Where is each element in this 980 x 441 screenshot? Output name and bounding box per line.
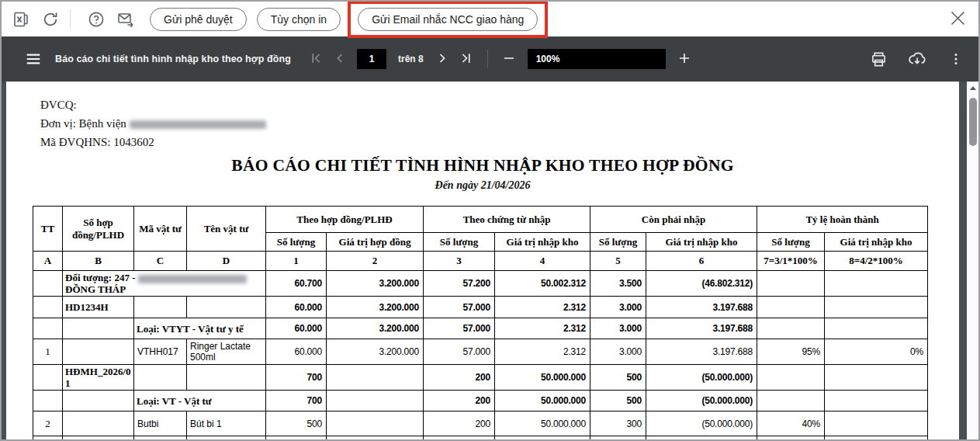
first-page-button[interactable] xyxy=(307,50,324,68)
table-cell: 60.700 xyxy=(266,271,327,297)
more-options-icon xyxy=(948,51,964,67)
help-icon xyxy=(87,10,106,29)
table-cell xyxy=(33,365,63,391)
table-cell: (46.802.312) xyxy=(646,271,757,297)
page-navigation: 1 trên 8 xyxy=(307,36,693,82)
scroll-up-button[interactable] xyxy=(967,82,978,95)
toolbar-divider xyxy=(70,9,71,30)
table-cell xyxy=(327,391,424,411)
table-cell: 50.000.000 xyxy=(495,365,590,391)
column-subheader: Số lượng xyxy=(757,233,825,252)
column-index-cell: C xyxy=(134,252,187,271)
table-cell: 3.200.000 xyxy=(327,339,424,365)
column-subheader: Số lượng xyxy=(266,233,327,252)
table-cell: 57.000 xyxy=(424,297,495,318)
table-cell: 50.002.312 xyxy=(495,271,590,297)
column-group-header: Còn phải nhập xyxy=(590,207,757,233)
table-cell: 0% xyxy=(825,339,928,365)
table-cell: Loại: VTYT - Vật tư y tế xyxy=(134,318,266,339)
table-cell xyxy=(134,365,187,391)
column-index-cell: A xyxy=(33,252,63,271)
table-cell xyxy=(63,318,134,339)
table-cell: HD1234H xyxy=(63,297,134,318)
table-cell: Butbi xyxy=(134,411,187,436)
table-index-row: ABCD1234567=3/1*100%8=4/2*100% xyxy=(33,252,928,271)
menu-button[interactable] xyxy=(23,49,43,69)
export-excel-icon xyxy=(12,10,30,29)
table-cell xyxy=(757,391,825,411)
export-excel-button[interactable] xyxy=(11,9,31,30)
zoom-out-button[interactable] xyxy=(500,50,518,68)
previous-page-icon xyxy=(332,50,348,68)
table-cell xyxy=(646,436,757,440)
report-title: BÁO CÁO CHI TIẾT TÌNH HÌNH NHẬP KHO THEO… xyxy=(6,156,959,175)
top-toolbar: Gửi phê duyệt Tùy chọn in Gửi Email nhắc… xyxy=(2,2,978,36)
more-options-button[interactable] xyxy=(946,49,966,69)
table-cell: 60.000 xyxy=(266,339,327,365)
table-cell: 2.312 xyxy=(495,318,590,339)
table-cell: 1 xyxy=(33,339,63,365)
send-email-reminder-button[interactable]: Gửi Email nhắc NCC giao hàng xyxy=(358,8,538,31)
unit-line: Đơn vị: Bệnh viện xyxy=(40,114,266,133)
table-cell: (50.000.000) xyxy=(646,391,757,411)
send-approval-button[interactable]: Gửi phê duyệt xyxy=(150,8,247,31)
table-cell xyxy=(266,436,327,440)
table-cell xyxy=(825,411,928,436)
column-index-cell: 7=3/1*100% xyxy=(757,252,825,271)
table-cell xyxy=(134,297,187,318)
column-index-cell: 8=4/2*100% xyxy=(825,252,928,271)
page-number-input[interactable]: 1 xyxy=(357,49,386,69)
table-cell: 3.200.000 xyxy=(327,297,424,318)
zoom-level-input[interactable]: 100% xyxy=(528,49,666,69)
scrollbar-thumb[interactable] xyxy=(969,98,977,146)
help-button[interactable] xyxy=(86,9,106,30)
column-index-cell: D xyxy=(187,252,266,271)
column-index-cell: B xyxy=(63,252,134,271)
table-cell xyxy=(825,365,928,391)
print-button[interactable] xyxy=(868,49,888,69)
print-options-button[interactable]: Tùy chọn in xyxy=(257,8,341,31)
table-cell xyxy=(825,436,928,440)
refresh-button[interactable] xyxy=(40,9,61,30)
send-email-toolbar-button[interactable] xyxy=(116,9,136,30)
column-header: TT xyxy=(33,207,63,252)
table-cell: 200 xyxy=(424,365,495,391)
table-cell xyxy=(757,271,825,297)
dvcq-label: ĐVCQ: xyxy=(40,95,266,114)
table-cell: Đối tượng: 247 - ĐỒNG THÁP xyxy=(63,271,266,297)
table-cell xyxy=(757,297,825,318)
table-cell: 3.200.000 xyxy=(327,318,424,339)
table-cell: Ringer Lactate 500ml xyxy=(187,339,266,365)
download-button[interactable] xyxy=(907,49,927,69)
column-group-header: Theo hợp đồng/PLHĐ xyxy=(266,207,424,233)
table-cell xyxy=(424,436,495,440)
unit-code-label: Mã ĐVQHNS: 1043602 xyxy=(40,133,266,151)
table-cell: 40% xyxy=(757,411,825,436)
scroll-up-icon xyxy=(970,86,976,90)
table-row: HD1234H60.0003.200.00057.0002.3123.0003.… xyxy=(33,297,928,318)
table-cell: 3.500 xyxy=(590,271,646,297)
table-cell: 3.000 xyxy=(590,339,646,365)
table-cell: 60.000 xyxy=(266,297,327,318)
table-cell: 95% xyxy=(757,339,825,365)
table-cell xyxy=(757,365,825,391)
vertical-scrollbar[interactable] xyxy=(967,82,978,439)
table-row: HĐMH_2026/0170020050.000.000500(50.000.0… xyxy=(33,365,928,391)
highlight-annotation: Gửi Email nhắc NCC giao hàng xyxy=(348,1,548,38)
last-page-icon xyxy=(459,50,474,68)
table-cell: 3.200.000 xyxy=(327,271,424,297)
zoom-in-button[interactable] xyxy=(676,50,693,68)
close-icon xyxy=(950,10,966,29)
last-page-button[interactable] xyxy=(458,50,475,68)
next-page-button[interactable] xyxy=(434,50,451,68)
hamburger-menu-icon xyxy=(25,50,42,68)
column-index-cell: 5 xyxy=(590,252,646,271)
column-header: Tên vật tư xyxy=(187,207,266,252)
table-cell: 2.312 xyxy=(495,297,590,318)
table-cell xyxy=(33,271,63,297)
report-page: ĐVCQ: Đơn vị: Bệnh viện Mã ĐVQHNS: 10436… xyxy=(6,82,959,439)
close-button[interactable] xyxy=(947,9,968,30)
previous-page-button[interactable] xyxy=(331,50,348,68)
refresh-icon xyxy=(41,10,60,29)
table-row: 2ButbiBút bi 150020050.000.000300(50.000… xyxy=(33,411,928,436)
